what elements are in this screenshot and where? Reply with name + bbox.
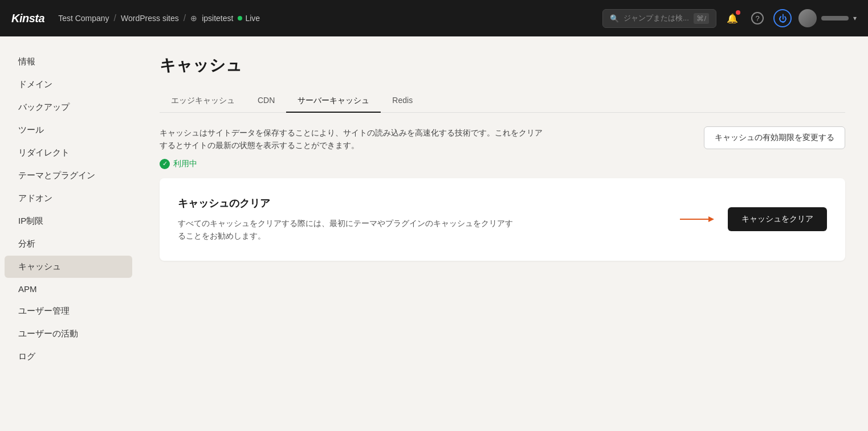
sep1: / <box>114 13 116 23</box>
cache-card-title: キャッシュのクリア <box>178 196 666 210</box>
tab-server[interactable]: サーバーキャッシュ <box>286 90 381 113</box>
sidebar-item-info[interactable]: 情報 <box>5 51 132 73</box>
sidebar-item-usermgmt[interactable]: ユーザー管理 <box>5 300 132 322</box>
main-content: キャッシュ エッジキャッシュCDNサーバーキャッシュRedis キャッシュはサイ… <box>137 36 868 431</box>
description-text: キャッシュはサイトデータを保存することにより、サイトの読み込みを高速化する技術で… <box>160 126 547 152</box>
company-name[interactable]: Test Company <box>58 14 109 23</box>
sidebar-item-analytics[interactable]: 分析 <box>5 233 132 255</box>
cache-card-content: キャッシュのクリア すべてのキャッシュをクリアする際には、最初にテーマやプラグイ… <box>178 196 666 243</box>
sidebar: 情報ドメインバックアップツールリダイレクトテーマとプラグインアドオンIP制限分析… <box>0 36 137 431</box>
tab-redis[interactable]: Redis <box>381 90 424 113</box>
page-title: キャッシュ <box>160 55 845 76</box>
sidebar-item-apm[interactable]: APM <box>5 278 132 299</box>
status-label: 利用中 <box>173 159 197 169</box>
sidebar-item-useractivity[interactable]: ユーザーの活動 <box>5 323 132 345</box>
status-badge: ✓ 利用中 <box>160 159 547 169</box>
sidebar-item-logs[interactable]: ログ <box>5 346 132 368</box>
sidebar-item-addons[interactable]: アドオン <box>5 187 132 210</box>
help-button[interactable]: ? <box>748 9 767 27</box>
description-area: キャッシュはサイトデータを保存することにより、サイトの読み込みを高速化する技術で… <box>160 126 547 169</box>
content-header: キャッシュはサイトデータを保存することにより、サイトの読み込みを高速化する技術で… <box>160 126 845 169</box>
svg-marker-1 <box>708 216 714 222</box>
sidebar-item-redirect[interactable]: リダイレクト <box>5 142 132 164</box>
section-name[interactable]: WordPress sites <box>121 14 179 23</box>
live-label: Live <box>245 14 260 23</box>
tab-cdn[interactable]: CDN <box>246 90 286 113</box>
sep2: / <box>184 13 186 23</box>
avatar <box>798 9 817 27</box>
wordpress-icon: ⊕ <box>190 14 197 23</box>
notifications-button[interactable]: 🔔 <box>723 9 741 27</box>
username-placeholder <box>821 16 849 20</box>
tab-edge[interactable]: エッジキャッシュ <box>160 90 246 113</box>
sidebar-item-tools[interactable]: ツール <box>5 119 132 141</box>
notification-badge <box>736 10 740 15</box>
arrow-svg <box>680 214 714 225</box>
cache-card: キャッシュのクリア すべてのキャッシュをクリアする際には、最初にテーマやプラグイ… <box>160 178 845 261</box>
sidebar-item-domain[interactable]: ドメイン <box>5 73 132 96</box>
cache-card-description: すべてのキャッシュをクリアする際には、最初にテーマやプラグインのキャッシュをクリ… <box>178 217 520 243</box>
sidebar-item-themes[interactable]: テーマとプラグイン <box>5 165 132 187</box>
breadcrumb: Test Company / WordPress sites / ⊕ ipsit… <box>58 13 260 23</box>
clear-cache-button[interactable]: キャッシュをクリア <box>728 207 827 231</box>
logo: Kinsta <box>11 12 44 25</box>
user-menu[interactable]: ▾ <box>798 9 857 27</box>
power-icon: ⏻ <box>779 14 787 23</box>
chevron-down-icon: ▾ <box>853 14 857 22</box>
power-button[interactable]: ⏻ <box>773 9 792 27</box>
sidebar-item-cache[interactable]: キャッシュ <box>5 256 132 278</box>
change-expiry-button[interactable]: キャッシュの有効期限を変更する <box>704 126 845 149</box>
live-dot <box>238 16 242 20</box>
site-name[interactable]: ipsitetest <box>202 14 233 23</box>
sidebar-item-ip[interactable]: IP制限 <box>5 210 132 232</box>
search-shortcut: ⌘/ <box>694 13 709 24</box>
topnav-right: 🔍 ジャンプまたは検... ⌘/ 🔔 ? ⏻ ▾ <box>602 9 857 28</box>
search-icon: 🔍 <box>610 14 619 23</box>
tabs: エッジキャッシュCDNサーバーキャッシュRedis <box>160 90 845 113</box>
arrow-icon <box>680 214 714 225</box>
search-bar[interactable]: 🔍 ジャンプまたは検... ⌘/ <box>602 9 716 28</box>
live-badge: Live <box>238 14 260 23</box>
sidebar-item-backup[interactable]: バックアップ <box>5 96 132 118</box>
topnav: Kinsta Test Company / WordPress sites / … <box>0 0 868 36</box>
help-icon: ? <box>751 12 764 24</box>
status-check-icon: ✓ <box>160 159 170 169</box>
layout: 情報ドメインバックアップツールリダイレクトテーマとプラグインアドオンIP制限分析… <box>0 36 868 431</box>
search-placeholder: ジャンプまたは検... <box>624 13 689 23</box>
